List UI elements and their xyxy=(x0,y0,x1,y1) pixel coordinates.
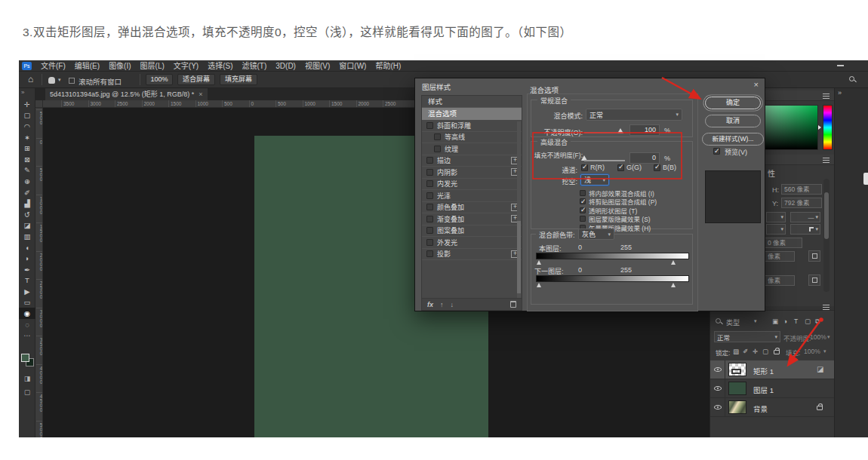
blend-if-handle[interactable] xyxy=(671,260,676,265)
ok-button[interactable]: 确定 xyxy=(705,97,761,109)
advanced-option[interactable]: 透明形状图层 (T) xyxy=(580,206,657,215)
style-checkbox[interactable] xyxy=(426,227,433,234)
layer-name[interactable]: 矩形 1 xyxy=(753,366,774,376)
foreground-color-swatch[interactable] xyxy=(21,354,29,362)
filter-pixel-layers-icon[interactable]: ▣ xyxy=(772,317,778,325)
channel-r[interactable]: R(R) xyxy=(581,164,605,171)
advanced-option[interactable]: 将内部效果混合成组 (I) xyxy=(580,189,657,198)
option-checkbox[interactable] xyxy=(580,216,586,222)
menu-item[interactable]: 编辑(E) xyxy=(70,60,104,72)
delete-effect-trash-icon[interactable] xyxy=(510,301,516,308)
menu-item[interactable]: 窗口(W) xyxy=(334,60,371,72)
px-field[interactable]: 像素 xyxy=(765,275,795,286)
style-checkbox[interactable] xyxy=(426,204,433,210)
channel-b-checkbox[interactable] xyxy=(654,164,660,171)
option-checkbox[interactable] xyxy=(580,207,586,213)
this-layer-gradient-bar[interactable] xyxy=(536,253,689,259)
layer-name[interactable]: 背景 xyxy=(753,403,768,414)
fill-opacity-value-field[interactable]: 0 xyxy=(629,152,660,164)
style-item[interactable]: 内发光 xyxy=(422,179,522,191)
blend-if-handle[interactable] xyxy=(537,283,541,287)
more-tools[interactable]: ⋯ xyxy=(19,330,35,341)
menu-item[interactable]: 滤镜(T) xyxy=(238,60,272,72)
slice-tool[interactable]: ⊠ xyxy=(19,154,35,165)
height-field[interactable]: 560 像素 xyxy=(781,184,822,195)
style-item[interactable]: 外发光 xyxy=(422,237,522,249)
panel-menu-icon[interactable] xyxy=(823,305,830,310)
style-checkbox[interactable] xyxy=(426,169,433,176)
blend-mode-dropdown[interactable]: 正常▾ xyxy=(586,109,682,121)
style-item[interactable]: 颜色叠加 xyxy=(422,202,522,214)
blur-tool[interactable]: ◗ xyxy=(19,253,35,264)
path-select-tool[interactable]: ▶ xyxy=(19,286,35,297)
history-brush-tool[interactable]: ↺ xyxy=(19,209,35,220)
gradient-tool[interactable]: ▥ xyxy=(19,231,35,242)
menu-item[interactable]: 图像(I) xyxy=(104,60,135,72)
layer-row-background[interactable]: 背景 xyxy=(710,398,835,417)
screen-mode-icon[interactable]: ▢ xyxy=(19,388,35,396)
fit-screen-button[interactable]: 适合屏幕 xyxy=(177,74,215,85)
layer-thumbnail[interactable] xyxy=(728,400,746,414)
clone-stamp-tool[interactable]: ▟ xyxy=(19,198,35,209)
eyedropper-tool[interactable]: ✎ xyxy=(19,165,35,176)
marquee-tool[interactable]: ▢ xyxy=(19,110,35,121)
eraser-tool[interactable]: ◪ xyxy=(19,220,35,232)
style-item[interactable]: 投影 xyxy=(422,249,522,261)
menu-item[interactable]: 视图(V) xyxy=(300,60,334,72)
chevron-down-icon[interactable]: ▾ xyxy=(823,348,826,354)
visibility-eye-icon[interactable] xyxy=(714,386,722,391)
toolbar-collapse-icon[interactable]: » xyxy=(21,89,24,96)
cancel-button[interactable]: 取消 xyxy=(705,115,761,127)
layer-name[interactable]: 图层 1 xyxy=(753,385,774,395)
close-tab-icon[interactable]: × xyxy=(199,88,202,100)
search-icon[interactable] xyxy=(849,76,854,81)
corner-dropdown[interactable]: ▾ xyxy=(790,224,820,235)
scroll-all-windows-checkbox[interactable] xyxy=(69,78,75,84)
preview-checkbox[interactable] xyxy=(713,148,720,155)
dialog-close-icon[interactable]: × xyxy=(754,80,759,89)
fx-icon[interactable]: fx xyxy=(427,301,433,308)
channel-g-checkbox[interactable] xyxy=(617,164,624,171)
layer-row-layer1[interactable]: 图层 1 xyxy=(710,379,835,398)
visibility-eye-icon[interactable] xyxy=(714,405,722,409)
lock-artboard-icon[interactable]: ▢ xyxy=(762,348,768,355)
hand-tool[interactable]: ◉ xyxy=(19,308,35,319)
option-checkbox[interactable] xyxy=(580,190,586,196)
lock-transparency-icon[interactable]: ▨ xyxy=(733,348,739,355)
opacity-slider-handle[interactable] xyxy=(617,128,623,133)
style-checkbox[interactable] xyxy=(426,157,433,164)
zoom-100-button[interactable]: 100% xyxy=(146,74,173,85)
corner-button[interactable] xyxy=(808,274,820,286)
menu-item[interactable]: 图层(L) xyxy=(136,60,169,72)
menu-item[interactable]: 选择(S) xyxy=(203,60,237,72)
crop-tool[interactable]: ⊞ xyxy=(19,143,35,154)
chevron-down-icon[interactable]: ▾ xyxy=(754,318,757,324)
style-item[interactable]: 斜面和浮雕 xyxy=(422,120,522,132)
blend-if-handle[interactable] xyxy=(671,283,676,287)
channel-b[interactable]: B(B) xyxy=(654,164,676,171)
fill-screen-button[interactable]: 填充屏幕 xyxy=(220,74,257,85)
style-checkbox[interactable] xyxy=(426,250,433,257)
blend-mode-dropdown[interactable]: 正常▾ xyxy=(714,331,780,342)
move-tool[interactable]: ✛ xyxy=(19,99,35,110)
properties-tab-label[interactable]: 性 xyxy=(768,167,775,179)
magic-wand-tool[interactable]: ✶ xyxy=(19,132,35,143)
menu-item[interactable]: 帮助(H) xyxy=(371,60,405,72)
filter-shape-layers-icon[interactable]: ▢ xyxy=(805,317,811,325)
filter-smart-object-icon[interactable]: ⧉ xyxy=(815,317,820,326)
document-tab[interactable]: 5d413101394a5.jpg @ 12.5% (矩形 1, RGB/8) … xyxy=(45,88,208,100)
underlying-layer-gradient-bar[interactable] xyxy=(536,275,689,282)
healing-brush-tool[interactable]: ⊕ xyxy=(19,176,35,187)
quick-mask-icon[interactable]: ◨ xyxy=(19,375,35,382)
collapsed-panel-tab[interactable] xyxy=(863,173,868,185)
style-checkbox[interactable] xyxy=(426,239,433,246)
knockout-dropdown[interactable]: 浅▾ xyxy=(580,174,609,186)
blend-if-dropdown[interactable]: 灰色▾ xyxy=(578,228,614,240)
style-checkbox[interactable] xyxy=(426,192,433,199)
menu-item[interactable]: 文字(Y) xyxy=(169,60,203,72)
new-style-button[interactable]: 新建样式(W)... xyxy=(702,133,764,146)
opacity-value[interactable]: 100% xyxy=(810,333,826,341)
brush-tool[interactable]: ✐ xyxy=(19,187,35,198)
style-checkbox[interactable] xyxy=(434,146,441,152)
layer-thumbnail[interactable] xyxy=(728,382,746,395)
